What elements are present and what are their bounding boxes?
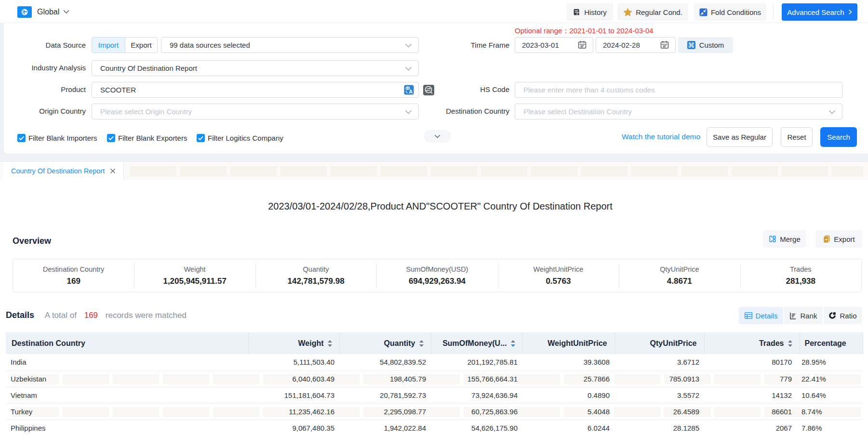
- svg-text:A: A: [409, 89, 413, 94]
